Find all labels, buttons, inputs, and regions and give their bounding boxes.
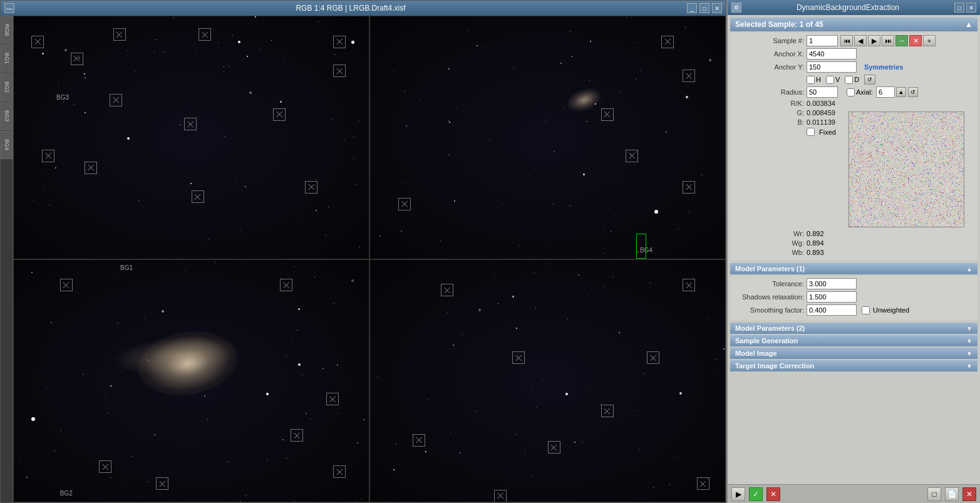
anchor-x-input[interactable] [807,48,857,60]
minimize-icon[interactable]: — [4,3,14,13]
sample-generation-header[interactable]: Sample Generation ▼ [730,335,977,346]
first-sample-button[interactable]: ⏮ [840,35,853,46]
sample-marker[interactable] [683,70,695,82]
sample-marker[interactable] [192,190,204,203]
axial-action-button[interactable]: ↺ [908,87,918,97]
anchor-x-row: Anchor X: [735,48,972,60]
sample-marker[interactable] [42,150,54,162]
close-button[interactable]: ✕ [712,3,722,13]
document-button[interactable]: 📄 [945,487,959,501]
go-sample-button[interactable]: → [895,35,908,46]
star [286,458,287,459]
sym-v-input[interactable] [826,76,834,84]
sample-marker[interactable] [156,477,168,490]
next-sample-button[interactable]: ▶ [868,35,880,46]
sample-marker[interactable] [441,284,453,296]
selected-sample-indicator[interactable] [636,234,646,259]
sample-marker[interactable] [661,36,674,48]
restore-button[interactable]: □ [699,3,709,13]
axial-value[interactable] [876,86,895,98]
sample-marker[interactable] [601,108,614,121]
sample-marker[interactable] [398,198,411,210]
wr-value: 0.892 [807,230,824,237]
rk-label: R/K: [735,100,804,107]
sample-marker[interactable] [494,490,507,502]
panel-close-button[interactable]: ✕ [966,3,976,13]
sym-d-input[interactable] [845,76,853,84]
axial-up-button[interactable]: ▲ [896,87,906,97]
minimize-button[interactable]: _ [687,3,697,13]
fixed-row[interactable]: Fixed [735,128,836,136]
sym-d-checkbox[interactable]: D [845,76,859,84]
sample-marker[interactable] [291,429,303,442]
sample-marker[interactable] [60,279,73,291]
sample-marker[interactable] [113,28,126,41]
model-params-2-header[interactable]: Model Parameters (2) ▼ [730,323,977,334]
tab-bg4[interactable]: BG4 [1,131,13,159]
model-params-1-header[interactable]: Model Parameters (1) ▲ [730,263,977,274]
sample-marker[interactable] [697,477,709,490]
tolerance-input[interactable] [807,278,857,289]
quadrant-top-left[interactable]: BG3 [13,16,369,259]
sample-marker[interactable] [413,434,425,447]
axial-input[interactable] [847,88,855,96]
model-image-header[interactable]: Model Image ▼ [730,348,977,359]
prev-sample-button[interactable]: ◀ [854,35,867,46]
symmetry-action-button[interactable]: ↺ [864,75,875,85]
smoothing-input[interactable] [807,304,857,316]
close-tool-button[interactable]: ✕ [962,487,976,501]
sample-marker[interactable] [31,36,44,48]
sample-marker[interactable] [199,28,211,41]
quadrant-bottom-right[interactable] [369,259,726,503]
sym-h-input[interactable] [807,76,815,84]
sample-marker[interactable] [326,393,339,405]
sym-v-checkbox[interactable]: V [826,76,840,84]
sample-marker[interactable] [110,94,122,106]
sample-marker[interactable] [683,181,695,194]
tab-bg1[interactable]: BG1 [1,44,13,73]
sym-h-checkbox[interactable]: H [807,76,821,84]
sample-num-input[interactable] [807,35,838,46]
sample-marker[interactable] [647,351,659,364]
tab-bg3[interactable]: BG3 [1,102,13,130]
radius-input[interactable] [807,86,838,98]
tab-rgb[interactable]: RGB [1,16,13,44]
add-sample-button[interactable]: + [923,35,936,46]
unweighted-checkbox[interactable]: Unweighted [862,306,909,314]
cancel-button[interactable]: ✕ [766,487,780,501]
sample-marker[interactable] [333,65,346,77]
sample-marker[interactable] [184,118,197,130]
sample-marker[interactable] [273,108,286,121]
last-sample-button[interactable]: ⏭ [882,35,894,46]
shadows-relax-input[interactable] [807,291,857,303]
panel-restore-button[interactable]: □ [954,3,964,13]
sample-marker[interactable] [548,441,560,454]
star [239,134,239,135]
anchor-y-input[interactable] [807,61,857,73]
quadrant-bottom-left[interactable]: BG1 BG2 [13,259,369,503]
quadrant-top-right[interactable]: BG4 [369,16,726,259]
target-image-correction-header[interactable]: Target Image Correction ▼ [730,360,977,371]
image-area[interactable]: BG3 [13,16,726,502]
sample-marker[interactable] [85,162,97,174]
save-button[interactable]: □ [927,487,941,501]
sample-marker[interactable] [333,36,346,48]
fixed-checkbox[interactable] [807,128,815,136]
sample-marker[interactable] [99,460,111,473]
tab-bg2[interactable]: BG2 [1,73,13,101]
unweighted-input[interactable] [862,306,870,314]
star [195,51,195,52]
sample-marker[interactable] [71,53,83,65]
sample-marker[interactable] [333,465,346,478]
sample-marker[interactable] [512,351,525,364]
arrow-tool-button[interactable]: ▶ [731,487,745,501]
delete-sample-button[interactable]: ✕ [909,35,922,46]
sample-marker[interactable] [601,405,614,417]
star [266,393,269,395]
axial-checkbox[interactable]: Axial: ▲ ↺ [847,86,918,98]
star [464,379,465,380]
check-button[interactable]: ✓ [749,487,763,501]
sample-marker[interactable] [683,279,695,291]
sample-marker[interactable] [305,181,317,194]
sample-marker[interactable] [280,279,292,291]
